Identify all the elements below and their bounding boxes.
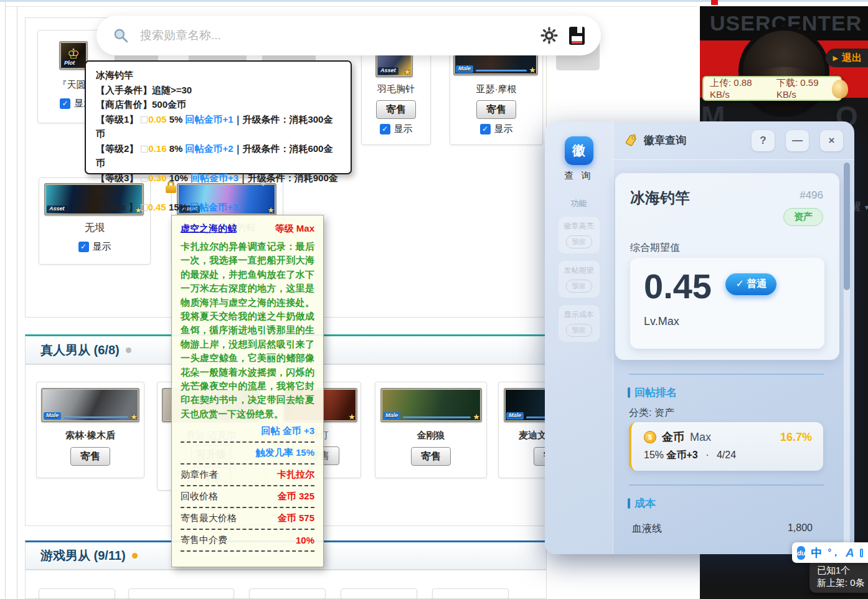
ime-menu-icon[interactable] xyxy=(860,549,863,557)
badge-info-tooltip: 冰海钓竿 【入手条件】追随>=30 【商店售价】500金币 【等级1】0.05 … xyxy=(85,60,352,174)
panel-left-rail: 徽 查 询 功能 徽章高亮 预留 发帖期望 预留 显示成本 预留 xyxy=(545,121,613,554)
badge-tag: Male xyxy=(383,412,400,420)
badge-title: 索林·橡木盾 xyxy=(37,430,144,441)
tag-icon xyxy=(623,132,639,148)
cost-label: 血液线 xyxy=(632,522,662,535)
badge-tag: Plot xyxy=(62,60,77,67)
top-border-line xyxy=(5,6,697,7)
show-label: 显示 xyxy=(394,123,413,135)
browser-top-strip xyxy=(0,0,868,2)
reserved-pill: 预留 xyxy=(566,280,592,293)
show-label: 显示 xyxy=(494,123,513,135)
reply-rank-heading: 回帖排名 xyxy=(628,385,677,400)
badge-tag: Male xyxy=(44,412,61,420)
badge-card-jingang: Male ★ 金刚狼 寄售 xyxy=(375,382,487,478)
badge-card-yase: Male ★ 亚瑟·摩根 寄售 ✓ 显示 xyxy=(450,53,543,145)
whale-description: 卡扎拉尔的异兽调查记录：最后一次，我选择一直把船开到大海的最深处，并把鱼钩放在了… xyxy=(181,240,314,421)
tooltip-level-line: 【等级3】0.30 10% 回帖金币+3｜升级条件：消耗900金币 xyxy=(96,171,341,200)
notify-line2: 新上架: 0条 xyxy=(817,577,868,589)
ime-chinese-mode[interactable]: 中 xyxy=(811,545,822,560)
card-placeholder xyxy=(39,588,115,599)
tooltip-badge-title: 冰海钓竿 xyxy=(96,68,341,83)
badge-title: 无垠 xyxy=(39,222,150,235)
download-speed: 下载: 0.59 KB/s xyxy=(776,77,834,100)
sell-button[interactable]: 寄售 xyxy=(376,100,416,119)
whale-badge-tooltip: 虚空之海的鲸 等级 Max 卡扎拉尔的异兽调查记录：最后一次，我选择一直把船开到… xyxy=(171,215,324,567)
tooltip-row: 寄售最大价格金币 575 xyxy=(181,508,314,530)
sell-button[interactable]: 寄售 xyxy=(411,447,451,466)
moneybag-icon: $ xyxy=(644,431,656,443)
close-button[interactable]: × xyxy=(820,130,843,151)
panel-scrollbar-track[interactable] xyxy=(844,163,850,547)
badge-image-jingang[interactable]: Male ★ xyxy=(380,388,482,422)
reserved-pill: 预留 xyxy=(566,324,592,337)
rail-nav-query[interactable]: 查 询 xyxy=(545,170,613,182)
avatar[interactable] xyxy=(738,26,829,117)
tooltip-shop-line: 【商店售价】500金币 xyxy=(96,97,341,112)
expectation-label: 综合期望值 xyxy=(630,242,824,255)
rail-item-highlight[interactable]: 徽章高亮 预留 xyxy=(559,217,600,253)
search-icon xyxy=(113,27,129,44)
show-checkbox[interactable]: ✓ 显示 xyxy=(78,241,111,253)
badge-image-tianyuan[interactable]: ♔ Plot xyxy=(59,41,88,70)
section-status-dot xyxy=(132,553,138,559)
section-title: 真人男从 (6/8) xyxy=(40,342,120,359)
tooltip-row: 回收价格金币 325 xyxy=(181,486,314,508)
whale-level: 等级 Max xyxy=(275,223,314,235)
star-icon: ★ xyxy=(348,412,356,422)
tooltip-acquire-line: 【入手条件】追随>=30 xyxy=(96,83,341,98)
coin-max-label: Max xyxy=(690,431,711,444)
baidu-ime-icon[interactable]: du xyxy=(797,546,805,560)
section-status-dot xyxy=(126,347,131,353)
ime-punctuation[interactable]: °， xyxy=(828,547,840,559)
badge-image-suolin[interactable]: Male ★ xyxy=(41,388,139,422)
result-badge-id: #496 xyxy=(800,189,823,202)
rail-item-post-expect[interactable]: 发帖期望 预留 xyxy=(559,261,600,298)
expectation-card: 0.45 ✓ 普通 Lv.Max xyxy=(630,258,824,349)
badge-title: 金刚狼 xyxy=(375,430,486,441)
checkbox-checked-icon[interactable]: ✓ xyxy=(480,124,491,134)
cost-heading: 成本 xyxy=(628,496,656,511)
badge-tag: Asset xyxy=(378,67,399,75)
logout-button[interactable]: ▶ 退出 xyxy=(826,49,868,67)
checkbox-checked-icon[interactable]: ✓ xyxy=(78,242,89,252)
show-checkbox[interactable]: ✓ 显示 xyxy=(480,123,513,135)
quality-pill: ✓ 普通 xyxy=(725,273,776,295)
sell-button[interactable]: 寄售 xyxy=(476,100,516,119)
badge-search-bar xyxy=(97,16,601,55)
whale-title: 虚空之海的鲸 xyxy=(181,223,237,235)
panel-divider xyxy=(629,484,824,486)
tooltip-level-line: 【 Max 】0.45 15% 回帖金币+3 xyxy=(96,200,341,215)
search-input[interactable] xyxy=(140,29,529,42)
star-icon: ★ xyxy=(130,412,138,422)
save-floppy-icon[interactable] xyxy=(569,27,585,45)
tooltip-row: 勋章作者卡扎拉尔 xyxy=(181,465,314,486)
badge-progress-line xyxy=(476,70,527,72)
sell-button[interactable]: 寄售 xyxy=(70,447,110,466)
badge-app-icon[interactable]: 徽 xyxy=(565,136,593,165)
star-icon: ★ xyxy=(529,65,536,75)
badge-result-card: 冰海钓竿 #496 资产 综合期望值 0.45 ✓ 普通 Lv.Max xyxy=(615,173,839,360)
ime-letter-mode[interactable]: A xyxy=(846,546,854,560)
help-button[interactable]: ? xyxy=(752,130,775,151)
card-placeholder xyxy=(341,588,417,599)
show-checkbox[interactable]: ✓ 显示 xyxy=(380,123,413,135)
minimize-button[interactable]: — xyxy=(786,130,809,151)
section-title: 游戏男从 (9/11) xyxy=(40,547,126,564)
badge-title: 亚瑟·摩根 xyxy=(450,83,542,95)
checkbox-checked-icon[interactable]: ✓ xyxy=(60,98,70,109)
ime-toolbar: du 中 °， A xyxy=(792,542,868,563)
show-label: 显示 xyxy=(93,241,111,253)
rail-group-label: 功能 xyxy=(545,198,613,209)
checkbox-checked-icon[interactable]: ✓ xyxy=(380,124,390,134)
panel-scrollbar-thumb[interactable] xyxy=(844,163,850,290)
badge-tag: Male xyxy=(456,65,473,73)
settings-gear-icon[interactable] xyxy=(540,27,558,44)
rail-item-show-cost[interactable]: 显示成本 预留 xyxy=(559,305,600,342)
badge-query-panel: 徽 查 询 功能 徽章高亮 预留 发帖期望 预留 显示成本 预留 徽章查询 ? … xyxy=(545,121,854,554)
tooltip-level-line: 【等级1】0.05 5% 回帖金币+1｜升级条件：消耗300金币 xyxy=(96,112,341,141)
left-border-line-2 xyxy=(17,6,17,599)
panel-divider xyxy=(629,374,824,375)
reserved-pill: 预留 xyxy=(566,235,592,248)
card-placeholder xyxy=(249,588,326,599)
